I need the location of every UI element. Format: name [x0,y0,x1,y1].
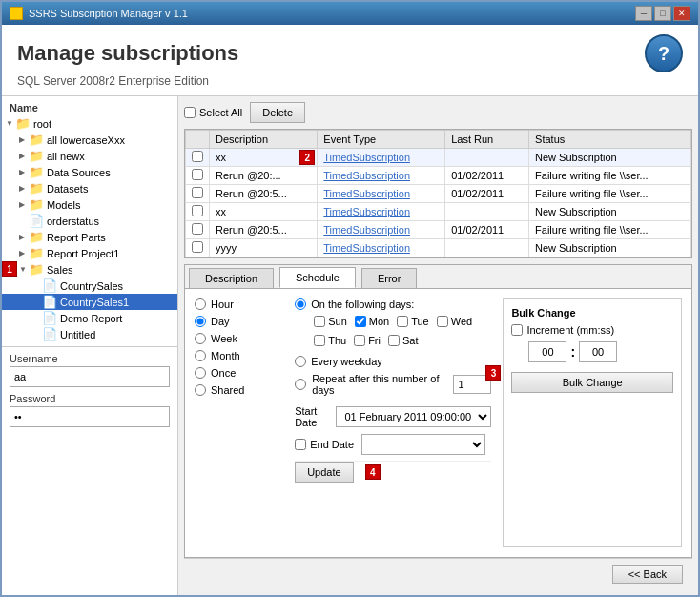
row-description[interactable]: Rerun @20:... [210,167,318,185]
day-thu-checkbox[interactable] [314,335,325,346]
bulk-increment-checkbox[interactable] [511,324,523,336]
day-sun-checkbox[interactable] [314,316,325,327]
day-wed-checkbox[interactable] [437,316,448,327]
end-date-select[interactable] [361,434,485,455]
day-sat[interactable]: Sat [388,335,419,346]
event-type-link[interactable]: TimedSubscription [323,224,410,236]
sidebar-item-datasources[interactable]: ▶ 📁 Data Sources [2,164,177,180]
row-checkbox-cell[interactable] [186,149,210,167]
row-checkbox-cell[interactable] [186,239,210,257]
delete-button[interactable]: Delete [250,102,305,123]
row-checkbox[interactable] [192,223,203,235]
select-all-checkbox[interactable] [184,107,196,118]
row-checkbox[interactable] [192,151,203,162]
event-type-link[interactable]: TimedSubscription [323,170,410,181]
following-days-radio[interactable] [295,298,306,310]
row-checkbox[interactable] [192,169,203,180]
freq-shared[interactable]: Shared [195,384,283,396]
sidebar-item-models[interactable]: ▶ 📁 Models [2,196,177,213]
day-wed[interactable]: Wed [437,316,472,327]
window-controls[interactable]: ─ □ ✕ [635,6,690,21]
table-row[interactable]: yyyy TimedSubscription New Subscription [186,239,691,257]
table-row[interactable]: Rerun @20:5... TimedSubscription 01/02/2… [186,185,691,203]
sidebar-item-datasets[interactable]: ▶ 📁 Datasets [2,180,177,196]
freq-once-radio[interactable] [195,367,206,379]
minimize-button[interactable]: ─ [635,6,652,21]
username-input[interactable] [10,366,170,387]
day-tue-checkbox[interactable] [397,316,408,327]
event-type-link[interactable]: TimedSubscription [323,242,410,254]
day-sat-checkbox[interactable] [388,335,400,346]
sidebar-item-untitled[interactable]: 📄 Untitled [2,326,177,342]
repeat-radio[interactable] [295,379,306,390]
row-description[interactable]: xx 2 [210,149,318,167]
following-days-option[interactable]: On the following days: [295,298,491,310]
help-button[interactable]: ? [645,34,683,72]
day-sun[interactable]: Sun [314,316,347,327]
freq-month[interactable]: Month [195,350,283,361]
row-checkbox-cell[interactable] [186,167,210,185]
row-description[interactable]: yyyy [210,239,318,257]
freq-week-radio[interactable] [195,333,206,344]
schedule-options-panel: On the following days: Sun Mon [295,298,491,547]
password-input[interactable] [10,406,170,427]
tree-label: all lowercaseXxx [47,134,125,146]
row-description[interactable]: xx [210,203,318,221]
day-mon-checkbox[interactable] [355,316,366,327]
event-type-link[interactable]: TimedSubscription [323,188,410,199]
table-row[interactable]: Rerun @20:5... TimedSubscription 01/02/2… [186,221,691,239]
sidebar-item-reportproject1[interactable]: ▶ 📁 Report Project1 [2,245,177,261]
close-button[interactable]: ✕ [673,6,690,21]
row-checkbox-cell[interactable] [186,185,210,203]
tab-schedule[interactable]: Schedule [279,267,356,288]
bulk-hours-input[interactable] [528,341,566,362]
table-row[interactable]: xx 2 TimedSubscription New Subscription [186,149,691,167]
freq-month-radio[interactable] [195,350,206,361]
freq-day-radio[interactable] [195,316,206,327]
row-checkbox[interactable] [192,187,203,198]
row-description[interactable]: Rerun @20:5... [210,185,318,203]
day-thu[interactable]: Thu [314,335,346,346]
row-description[interactable]: Rerun @20:5... [210,221,318,239]
bulk-change-button[interactable]: Bulk Change [511,372,673,393]
select-all-label[interactable]: Select All [184,107,242,118]
end-date-checkbox-label[interactable]: End Date [295,439,354,450]
freq-hour[interactable]: Hour [195,298,283,310]
row-checkbox-cell[interactable] [186,221,210,239]
sidebar-item-alllowercase[interactable]: ▶ 📁 all lowercaseXxx [2,132,177,148]
freq-week[interactable]: Week [195,333,283,344]
tab-error[interactable]: Error [361,268,417,288]
tab-description[interactable]: Description [189,268,274,288]
start-date-select[interactable]: 01 February 2011 09:00:00 [336,406,491,427]
sidebar-item-orderstatus[interactable]: 📄 orderstatus [2,213,177,229]
sidebar-item-countrysales[interactable]: 📄 CountrySales [2,278,177,294]
event-type-link[interactable]: TimedSubscription [323,152,410,163]
day-tue[interactable]: Tue [397,316,429,327]
freq-once[interactable]: Once [195,367,283,379]
every-weekday-radio[interactable] [295,356,306,367]
event-type-link[interactable]: TimedSubscription [323,206,410,217]
bulk-minutes-input[interactable] [579,341,617,362]
freq-day[interactable]: Day [195,316,283,327]
freq-shared-radio[interactable] [195,384,206,396]
restore-button[interactable]: □ [654,6,671,21]
day-mon[interactable]: Mon [355,316,389,327]
sidebar-item-root[interactable]: ▼ 📁 root [2,115,177,132]
every-weekday-option[interactable]: Every weekday [295,356,491,367]
table-row[interactable]: xx TimedSubscription New Subscription [186,203,691,221]
day-fri-checkbox[interactable] [354,335,365,346]
sidebar-item-demoreport[interactable]: 📄 Demo Report [2,310,177,326]
day-fri[interactable]: Fri [354,335,381,346]
update-button[interactable]: Update [295,462,353,483]
row-checkbox[interactable] [192,205,203,216]
end-date-checkbox[interactable] [295,439,306,450]
sidebar-item-reportparts[interactable]: ▶ 📁 Report Parts [2,229,177,245]
back-button[interactable]: << Back [612,565,683,584]
sidebar-item-countrysales1[interactable]: 📄 CountrySales1 [2,294,177,310]
sidebar-item-sales[interactable]: 1 ▼ 📁 Sales [2,261,177,278]
row-checkbox[interactable] [192,241,203,253]
freq-hour-radio[interactable] [195,298,206,310]
table-row[interactable]: Rerun @20:... TimedSubscription 01/02/20… [186,167,691,185]
row-checkbox-cell[interactable] [186,203,210,221]
sidebar-item-allnewx[interactable]: ▶ 📁 all newx [2,148,177,164]
